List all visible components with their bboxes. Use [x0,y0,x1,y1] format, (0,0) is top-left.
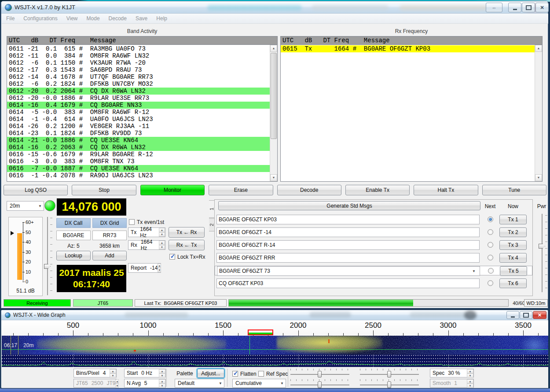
spin-down-icon[interactable]: ▼ [110,374,116,378]
spin-up-icon[interactable]: ▲ [110,369,116,374]
next-radio[interactable] [488,255,493,260]
slider-handle[interactable] [387,371,391,377]
decoded-message-row[interactable]: 0616 -1 -0.4 2078 # RA9OJ UA6JCS LN23 [7,172,270,179]
rx-frequency-scrollbar[interactable]: ▲ ▼ [535,45,542,181]
maximize-button[interactable] [522,3,535,12]
decoded-message-row[interactable]: 0616 -7 -0.0 1887 # CQ UE3SE KN64 [7,165,270,172]
spin-up-icon[interactable]: ▲ [467,369,473,374]
next-radio[interactable] [488,280,493,286]
decoded-message-row[interactable]: 0612 -14 0.4 1678 # UT7QF BG0ARE RR73 [7,73,270,81]
slider-handle[interactable] [539,244,545,249]
slider-handle[interactable] [318,381,322,388]
decoded-message-row[interactable]: 0614 -21 -0.0 1886 # CQ UE3SE KN64 [7,137,270,144]
action-button[interactable]: Tune [482,185,546,195]
n-avg-spinner[interactable]: N Avg 5 ▲▼ [124,379,166,388]
menu-item[interactable]: Help [152,14,172,23]
action-button[interactable]: Decode [277,185,341,195]
slider-handle[interactable] [387,381,391,388]
tx-message-input[interactable] [217,266,480,276]
spectrum-display[interactable] [2,355,548,367]
start-hz-spinner[interactable]: Start 0 Hz ▲▼ [124,369,166,377]
action-button[interactable]: Halt Tx [414,185,478,195]
checkbox-checked-icon[interactable] [232,371,238,377]
decoded-message-row[interactable]: 0612 -6 0.1 1150 # VK3AUR R7WA -20 [7,59,270,66]
menu-item[interactable]: Save [131,14,152,23]
tx-now-button[interactable]: Tx 6 [499,278,527,288]
spin-up-icon[interactable]: ▲ [159,379,165,384]
bins-pixel-spinner[interactable]: Bins/Pixel 4 ▲▼ [73,369,117,377]
action-button[interactable]: Stop [72,185,136,195]
spectrum-gain-slider[interactable] [290,379,349,388]
minimize-button[interactable] [508,3,521,12]
decoded-message-row[interactable]: 0612 -20 0.2 2064 # CQ DX R6WA LN32 [7,88,270,95]
decoded-message-row[interactable]: 0612 -6 0.2 1824 # DF5KB UN7CBY MO32 [7,81,270,88]
tx-message-input[interactable] [216,253,480,263]
tx-message-input[interactable] [216,227,480,237]
action-button[interactable]: Enable Tx [345,185,410,195]
menu-item[interactable]: Decode [104,14,131,23]
tx-freq-spinner[interactable]: Tx 1664 Hz ▲▼ [128,227,165,237]
next-radio[interactable] [488,229,493,235]
next-radio[interactable] [488,242,493,248]
spin-down-icon[interactable]: ▼ [158,268,161,272]
tx-message-input[interactable] [216,278,480,288]
ref-spec-checkbox[interactable]: Ref Spec [258,370,288,377]
dx-call-field[interactable]: BG0ARE [56,231,91,240]
menu-item[interactable]: Configurations [19,14,62,23]
tx-from-rx-button[interactable]: Tx ← Rx [169,227,205,238]
checkbox-icon[interactable] [129,219,135,225]
wide-graph-titlebar[interactable]: WSJT-X - Wide Graph [1,310,548,320]
spin-up-icon[interactable]: ▲ [159,241,165,245]
tx-even-checkbox[interactable]: Tx even/1st [129,218,164,226]
decoded-message-row[interactable]: 0614 -26 0.2 1200 # VE8GER RJ3AA -11 [7,123,270,130]
spin-down-icon[interactable]: ▼ [159,384,165,388]
slider-handle[interactable] [318,371,322,377]
swap-rig-button[interactable]: ⇔ [486,3,502,12]
jt65-jt9-split-spinner[interactable]: JT65 2500 JT9 ▲▼ [73,379,117,388]
scroll-down-icon[interactable]: ▼ [270,174,277,181]
scroll-up-icon[interactable]: ▲ [535,45,542,52]
decoded-message-row[interactable]: 0612 -17 0.3 1543 # SA6BPD R8AU 73 [7,66,270,73]
checkbox-checked-icon[interactable] [169,254,175,260]
dx-grid-header[interactable]: DX Grid [92,218,127,228]
spin-down-icon[interactable]: ▼ [159,374,165,378]
spin-up-icon[interactable]: ▲ [158,264,161,268]
waterfall-zero-slider[interactable] [360,369,419,377]
decoded-message-row[interactable]: 0616 -3 0.0 383 # OM8FR TNX 73 [7,158,270,165]
tx-now-button[interactable]: Tx 3 [499,240,527,250]
close-button[interactable] [533,311,546,319]
lock-txrx-checkbox[interactable]: Lock Tx=Rx [169,253,205,260]
tx-message-input[interactable] [216,240,480,250]
next-radio[interactable] [488,216,493,222]
decoded-message-row[interactable]: 0614 -23 0.1 1824 # DF5KB RV9DD 73 [7,130,270,137]
add-button[interactable]: Add [92,251,127,260]
menu-item[interactable]: File [2,14,19,23]
tx-now-button[interactable]: Tx 5 [500,266,527,276]
scroll-up-icon[interactable]: ▲ [270,45,277,52]
waterfall-gain-slider[interactable] [290,369,349,377]
band-activity-scrollbar[interactable]: ▲ ▼ [270,45,277,181]
waterfall-display[interactable]: 06:17 20m [2,336,548,355]
tx-now-button[interactable]: Tx 4 [499,253,527,263]
spectrum-zero-slider[interactable] [360,379,419,388]
tx-now-button[interactable]: Tx 2 [499,227,527,237]
decoded-message-row[interactable]: 0612 -11 0.0 384 # OM8FR RA6WF LN32 [7,52,270,59]
action-button[interactable]: Log QSO [4,185,68,195]
decoded-message-row[interactable]: 0611 -21 0.1 615 # RA3MBG UA0FO 73 [7,45,270,52]
decoded-message-row[interactable]: 0614 -16 0.2 2063 # CQ DX R6WA LN32 [7,144,270,151]
tx-rx-frequency-marker[interactable] [248,330,273,335]
dx-call-header[interactable]: DX Call [56,218,91,228]
main-titlebar[interactable]: WSJT-X v1.7.0 by K1JT ⇔ [1,1,548,14]
checkbox-icon[interactable] [258,371,264,377]
decoded-message-row[interactable]: 0614 -1 -0.4 614 # UA0FO UA6JCS LN23 [7,116,270,123]
rx-freq-spinner[interactable]: Rx 1664 Hz ▲▼ [128,240,165,250]
decoded-message-row[interactable]: 0614 -5 -0.0 383 # OM8FR RA6WF R-12 [7,109,270,116]
tx-message-input[interactable] [216,215,480,224]
menu-item[interactable]: Mode [82,14,104,23]
generate-std-msgs-button[interactable]: Generate Std Msgs [218,201,480,210]
dx-grid-field[interactable]: RR73 [92,231,127,240]
scroll-down-icon[interactable]: ▼ [535,174,542,181]
flatten-checkbox[interactable]: Flatten [232,370,257,377]
decoded-message-row[interactable]: 0616 -15 -0.6 1679 # R9LAR BG0ARE R-12 [7,151,270,158]
action-button[interactable]: Monitor [140,185,205,195]
